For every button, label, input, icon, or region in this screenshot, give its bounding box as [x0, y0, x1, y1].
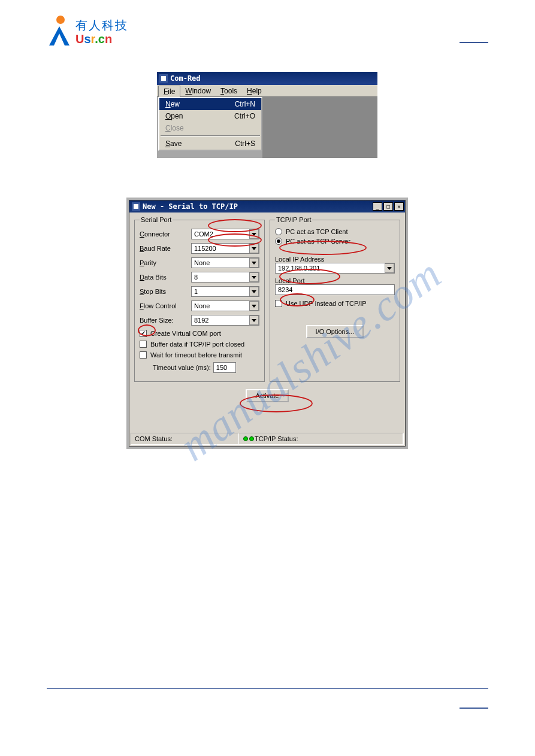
wait-timeout-checkbox[interactable]: Wait for timeout before transmit: [140, 351, 259, 359]
local-port-label: Local Port: [275, 277, 395, 284]
create-vcom-checkbox[interactable]: Create Virtual COM port: [140, 330, 259, 337]
minimize-button[interactable]: _: [373, 202, 382, 211]
timeout-input[interactable]: 150: [213, 362, 236, 373]
buffer-combo[interactable]: 8192: [191, 315, 259, 326]
radio-icon[interactable]: [275, 238, 282, 245]
com-status-label: COM Status:: [135, 435, 173, 442]
menu-help[interactable]: Help: [242, 86, 267, 96]
app-icon: [159, 74, 168, 83]
checkbox-icon[interactable]: [275, 300, 282, 307]
tcpip-legend: TCP/IP Port: [275, 216, 312, 223]
timeout-label: Timeout value (ms):: [153, 364, 211, 371]
connector-combo[interactable]: COM2: [191, 229, 259, 239]
serial-port-legend: Serial Port: [140, 216, 173, 223]
mdi-client-area: [262, 97, 377, 158]
radio-icon[interactable]: [275, 228, 282, 235]
checkbox-icon[interactable]: [140, 341, 147, 348]
baud-combo[interactable]: 115200: [191, 243, 259, 254]
logo-figure-icon: [47, 16, 72, 49]
app-icon: [132, 202, 140, 211]
menu-file[interactable]: File: [158, 86, 180, 98]
io-options-button[interactable]: I/O Options...: [306, 325, 364, 338]
menu-item-close: Close: [159, 122, 261, 134]
status-bar: COM Status: TCP/IP Status:: [131, 433, 404, 445]
chevron-down-icon[interactable]: [249, 244, 259, 253]
header-rule: [460, 42, 488, 43]
screenshot-comred-menu: Com-Red File Window Tools Help NewCtrl+N…: [157, 72, 377, 158]
brand-logo: 有人科技 Usr.cn: [47, 16, 128, 49]
local-ip-label: Local IP Address: [275, 256, 395, 263]
activate-button[interactable]: Activate: [246, 389, 288, 402]
brand-cn: 有人科技: [75, 19, 128, 32]
stopbits-label: Stop Bits: [140, 288, 191, 295]
radio-tcp-client[interactable]: PC act as TCP Client: [275, 228, 395, 235]
window-title: Com-Red: [170, 74, 201, 83]
databits-label: Data Bits: [140, 274, 191, 281]
menu-window[interactable]: Window: [180, 86, 216, 96]
menu-item-save[interactable]: SaveCtrl+S: [159, 138, 261, 150]
menu-item-open[interactable]: OpenCtrl+O: [159, 110, 261, 122]
tcpip-port-group: TCP/IP Port PC act as TCP Client PC act …: [270, 216, 400, 382]
databits-combo[interactable]: 8: [191, 272, 259, 283]
buffer-label: Buffer Size:: [140, 317, 191, 324]
serial-port-group: Serial Port Connector COM2 Baud Rate 115…: [134, 216, 265, 382]
local-ip-combo[interactable]: 192.168.0.201: [275, 263, 395, 274]
dialog-title: New - Serial to TCP/IP: [143, 202, 238, 211]
chevron-down-icon[interactable]: [249, 272, 259, 282]
baud-label: Baud Rate: [140, 245, 191, 252]
menubar[interactable]: File Window Tools Help: [157, 85, 377, 97]
status-led-icon: [249, 436, 254, 441]
use-udp-checkbox[interactable]: Use UDP instead of TCP/IP: [275, 300, 395, 307]
chevron-down-icon[interactable]: [249, 287, 259, 296]
menu-tools[interactable]: Tools: [216, 86, 242, 96]
dialog-titlebar: New - Serial to TCP/IP _ □ ✕: [129, 201, 405, 212]
screenshot-serial-tcp-dialog: New - Serial to TCP/IP _ □ ✕ Serial Port…: [126, 198, 408, 449]
radio-tcp-server[interactable]: PC act as TCP Server: [275, 238, 395, 245]
chevron-down-icon[interactable]: [249, 229, 259, 239]
flow-label: Flow Control: [140, 302, 191, 309]
parity-combo[interactable]: None: [191, 257, 259, 268]
flow-combo[interactable]: None: [191, 300, 259, 311]
parity-label: Parity: [140, 259, 191, 266]
maximize-button[interactable]: □: [383, 202, 393, 211]
checkbox-icon[interactable]: [140, 330, 147, 337]
footer-mark: [460, 708, 488, 709]
status-led-icon: [243, 436, 248, 441]
brand-en: Usr.cn: [75, 32, 128, 46]
chevron-down-icon[interactable]: [249, 258, 259, 268]
tcp-status-label: TCP/IP Status:: [255, 435, 298, 442]
chevron-down-icon[interactable]: [249, 315, 259, 325]
menu-item-new[interactable]: NewCtrl+N: [159, 98, 261, 110]
stopbits-combo[interactable]: 1: [191, 286, 259, 297]
connector-label: Connector: [140, 230, 191, 238]
local-port-input[interactable]: 8234: [275, 284, 395, 295]
checkbox-icon[interactable]: [140, 351, 147, 359]
window-titlebar: Com-Red: [157, 72, 377, 85]
file-menu-dropdown[interactable]: NewCtrl+N OpenCtrl+O Close SaveCtrl+S: [158, 97, 262, 151]
footer-rule: [47, 688, 488, 689]
buffer-data-checkbox[interactable]: Buffer data if TCP/IP port closed: [140, 341, 259, 348]
close-button[interactable]: ✕: [394, 202, 404, 211]
chevron-down-icon[interactable]: [249, 301, 259, 311]
chevron-down-icon[interactable]: [385, 263, 394, 273]
